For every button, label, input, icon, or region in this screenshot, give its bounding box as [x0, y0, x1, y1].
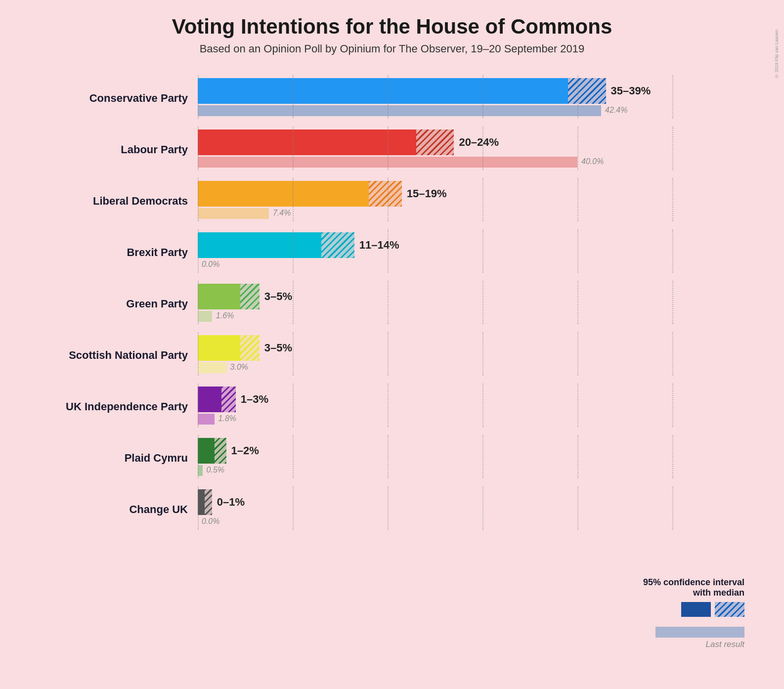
last-bar-0	[198, 105, 601, 116]
solid-bar-6	[198, 387, 221, 412]
solid-bar-7	[198, 438, 215, 464]
pct-range-2: 15–19%	[407, 187, 447, 200]
last-bar-4	[198, 311, 212, 322]
bar-area-3: 11–14%0.0%	[198, 229, 764, 273]
last-pct-2: 7.4%	[273, 209, 291, 217]
hatch-bar-8	[205, 489, 212, 515]
bar-area-4: 3–5%1.6%	[198, 281, 764, 324]
last-pct-0: 42.4%	[605, 106, 627, 115]
hatch-bar-7	[215, 438, 226, 464]
last-pct-8: 0.0%	[202, 517, 219, 526]
bar-label-text-2: 15–19%	[407, 187, 447, 200]
solid-bar-5	[198, 335, 240, 361]
party-row-2: Liberal Democrats15–19%7.4%	[30, 178, 764, 223]
bar-label-text-4: 3–5%	[264, 290, 292, 303]
copyright-text: © 2019 Flip van Laanen	[774, 30, 779, 79]
legend-title: 95% confidence intervalwith median	[643, 577, 744, 598]
party-label-3: Brexit Party	[30, 229, 198, 273]
party-label-0: Conservative Party	[30, 75, 198, 119]
hatch-bar-6	[221, 387, 236, 412]
hatch-bar-0	[568, 78, 606, 104]
last-pct-6: 1.8%	[218, 414, 236, 423]
party-label-7: Plaid Cymru	[30, 435, 198, 478]
bar-area-8: 0–1%0.0%	[198, 486, 764, 530]
party-row-7: Plaid Cymru1–2%0.5%	[30, 435, 764, 480]
bar-area-7: 1–2%0.5%	[198, 435, 764, 478]
hatch-bar-5	[240, 335, 259, 361]
hatch-bar-4	[240, 284, 259, 309]
bar-label-text-3: 11–14%	[359, 239, 399, 252]
party-label-8: Change UK	[30, 486, 198, 530]
legend-last-bar	[655, 627, 744, 638]
last-bar-1	[198, 157, 577, 168]
last-bar-5	[198, 362, 226, 373]
last-bar-2	[198, 208, 269, 219]
bar-area-2: 15–19%7.4%	[198, 178, 764, 221]
bar-label-text-1: 20–24%	[459, 136, 499, 149]
solid-bar-0	[198, 78, 568, 104]
bar-area-1: 20–24%40.0%	[198, 127, 764, 170]
bar-label-text-5: 3–5%	[264, 342, 292, 354]
bar-label-text-0: 35–39%	[611, 85, 651, 97]
chart-title: Voting Intentions for the House of Commo…	[20, 15, 764, 39]
party-label-5: Scottish National Party	[30, 332, 198, 376]
last-pct-5: 3.0%	[230, 363, 248, 372]
solid-bar-3	[198, 232, 321, 258]
pct-range-4: 3–5%	[264, 290, 292, 303]
legend-solid-bar	[681, 602, 711, 617]
bar-area-6: 1–3%1.8%	[198, 384, 764, 427]
pct-range-0: 35–39%	[611, 85, 651, 97]
legend-items	[681, 602, 744, 617]
party-label-1: Labour Party	[30, 127, 198, 170]
bar-label-text-6: 1–3%	[241, 393, 268, 406]
chart-container: Voting Intentions for the House of Commo…	[0, 0, 784, 689]
bar-label-text-7: 1–2%	[231, 444, 259, 457]
pct-range-1: 20–24%	[459, 136, 499, 149]
hatch-bar-3	[321, 232, 354, 258]
last-pct-1: 40.0%	[581, 157, 604, 166]
pct-range-5: 3–5%	[264, 342, 292, 354]
party-label-4: Green Party	[30, 281, 198, 324]
bar-label-text-8: 0–1%	[217, 496, 245, 509]
last-pct-7: 0.5%	[207, 466, 224, 474]
party-row-1: Labour Party20–24%40.0%	[30, 127, 764, 172]
last-pct-4: 1.6%	[216, 311, 234, 320]
solid-bar-4	[198, 284, 240, 309]
party-label-6: UK Independence Party	[30, 384, 198, 427]
hatch-bar-2	[369, 181, 402, 207]
last-bar-7	[198, 465, 203, 476]
pct-range-8: 0–1%	[217, 496, 245, 509]
legend-last-label: Last result	[655, 640, 744, 649]
legend-hatch-bar	[715, 602, 744, 617]
party-row-3: Brexit Party11–14%0.0%	[30, 229, 764, 275]
party-row-0: Conservative Party35–39%42.4%	[30, 75, 764, 121]
hatch-bar-1	[416, 129, 454, 155]
bar-area-5: 3–5%3.0%	[198, 332, 764, 376]
pct-range-3: 11–14%	[359, 239, 399, 252]
bar-area-0: 35–39%42.4%	[198, 75, 764, 119]
chart-area: Conservative Party35–39%42.4%Labour Part…	[20, 75, 764, 538]
pct-range-6: 1–3%	[241, 393, 268, 406]
party-row-6: UK Independence Party1–3%1.8%	[30, 384, 764, 429]
legend-last-section: Last result	[655, 627, 744, 649]
chart-subtitle: Based on an Opinion Poll by Opinium for …	[20, 43, 764, 55]
pct-range-7: 1–2%	[231, 444, 259, 457]
party-row-4: Green Party3–5%1.6%	[30, 281, 764, 326]
last-bar-6	[198, 414, 215, 425]
party-row-8: Change UK0–1%0.0%	[30, 486, 764, 532]
solid-bar-1	[198, 129, 416, 155]
last-pct-3: 0.0%	[202, 260, 219, 269]
solid-bar-8	[198, 489, 205, 515]
legend-area: 95% confidence intervalwith median Last …	[643, 577, 744, 649]
party-label-2: Liberal Democrats	[30, 178, 198, 221]
party-row-5: Scottish National Party3–5%3.0%	[30, 332, 764, 378]
solid-bar-2	[198, 181, 369, 207]
